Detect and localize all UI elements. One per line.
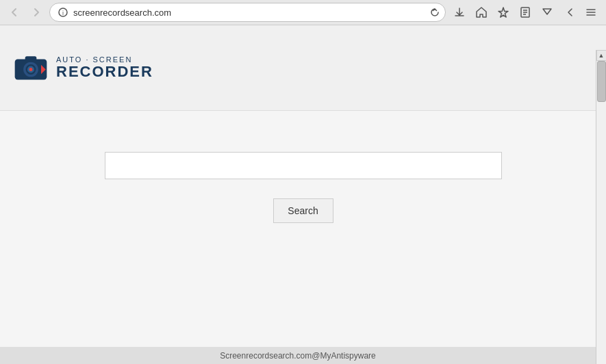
site-info-button[interactable]: i <box>55 5 71 20</box>
svg-rect-14 <box>25 56 37 61</box>
pocket-button[interactable] <box>538 3 557 22</box>
menu-button[interactable] <box>581 3 601 22</box>
browser-chrome: i <box>0 0 606 25</box>
toolbar-icons <box>450 3 601 22</box>
scroll-track[interactable] <box>596 61 607 364</box>
scroll-thumb[interactable] <box>597 61 606 102</box>
logo-container: AUTO · SCREEN RECORDER <box>14 54 153 81</box>
site-header: AUTO · SCREEN RECORDER <box>0 25 606 111</box>
search-input[interactable] <box>105 152 502 179</box>
scroll-up-arrow[interactable]: ▲ <box>596 50 607 61</box>
logo-bottom-line: RECORDER <box>56 64 153 80</box>
footer-watermark: Screenrecordsearch.com@MyAntispyware <box>0 347 596 364</box>
bookmark-star-button[interactable] <box>494 3 513 22</box>
search-button[interactable]: Search <box>273 198 333 223</box>
svg-point-13 <box>29 68 33 71</box>
page-content: ▲ ▼ <box>0 25 606 364</box>
camera-icon <box>14 54 48 81</box>
back-button[interactable] <box>5 3 23 21</box>
address-bar-container: i <box>49 3 446 22</box>
reload-button[interactable] <box>430 8 440 17</box>
logo-text: AUTO · SCREEN RECORDER <box>56 55 153 80</box>
svg-text:i: i <box>62 10 64 16</box>
download-button[interactable] <box>450 3 469 22</box>
reading-view-button[interactable] <box>516 3 535 22</box>
home-button[interactable] <box>472 3 491 22</box>
watermark-text: Screenrecordsearch.com@MyAntispyware <box>220 351 376 361</box>
forward-button[interactable] <box>27 3 45 21</box>
browser-toolbar: i <box>0 0 606 25</box>
main-content: Search <box>0 111 606 223</box>
address-bar-input[interactable] <box>73 8 427 18</box>
scrollbar[interactable]: ▲ ▼ <box>596 50 606 364</box>
sidebar-button[interactable] <box>559 3 579 22</box>
